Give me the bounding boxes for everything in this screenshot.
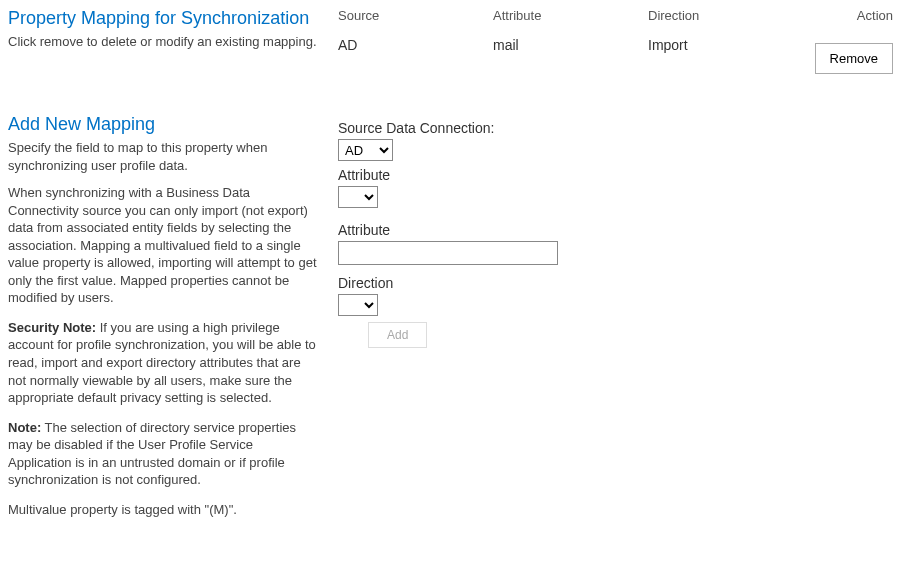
mapping-value-source: AD xyxy=(338,37,483,53)
property-mapping-right: Source AD Attribute mail Direction Impor… xyxy=(338,8,893,74)
attribute-text-label: Attribute xyxy=(338,222,893,238)
mapping-col-source: Source AD xyxy=(338,8,493,74)
property-mapping-left: Property Mapping for Synchronization Cli… xyxy=(8,8,338,74)
mapping-col-direction: Direction Import xyxy=(648,8,803,74)
remove-button[interactable]: Remove xyxy=(815,43,893,74)
source-data-connection-select[interactable]: AD xyxy=(338,139,393,161)
mapping-header-source: Source xyxy=(338,8,483,23)
note-text: The selection of directory service prope… xyxy=(8,420,296,488)
mapping-header-action: Action xyxy=(803,8,893,23)
security-note-label: Security Note: xyxy=(8,320,96,335)
add-mapping-security: Security Note: If you are using a high p… xyxy=(8,319,318,407)
mapping-value-attribute: mail xyxy=(493,37,638,53)
add-mapping-desc: Specify the field to map to this propert… xyxy=(8,139,318,174)
source-data-connection-label: Source Data Connection: xyxy=(338,120,893,136)
mapping-col-attribute: Attribute mail xyxy=(493,8,648,74)
direction-label: Direction xyxy=(338,275,893,291)
property-mapping-title: Property Mapping for Synchronization xyxy=(8,8,318,29)
attribute-select-label: Attribute xyxy=(338,167,893,183)
property-mapping-desc: Click remove to delete or modify an exis… xyxy=(8,33,318,51)
note-label: Note: xyxy=(8,420,41,435)
add-mapping-para1: When synchronizing with a Business Data … xyxy=(8,184,318,307)
attribute-select[interactable] xyxy=(338,186,378,208)
mapping-header-direction: Direction xyxy=(648,8,793,23)
add-mapping-note: Note: The selection of directory service… xyxy=(8,419,318,489)
property-mapping-section: Property Mapping for Synchronization Cli… xyxy=(8,8,893,74)
mapping-table: Source AD Attribute mail Direction Impor… xyxy=(338,8,893,74)
add-mapping-section: Add New Mapping Specify the field to map… xyxy=(8,114,893,530)
add-mapping-left: Add New Mapping Specify the field to map… xyxy=(8,114,338,530)
attribute-text-input[interactable] xyxy=(338,241,558,265)
add-mapping-multivalue: Multivalue property is tagged with "(M)"… xyxy=(8,501,318,519)
direction-select[interactable] xyxy=(338,294,378,316)
mapping-value-direction: Import xyxy=(648,37,793,53)
add-mapping-title: Add New Mapping xyxy=(8,114,318,135)
add-mapping-right: Source Data Connection: AD Attribute Att… xyxy=(338,114,893,530)
mapping-header-attribute: Attribute xyxy=(493,8,638,23)
add-button[interactable]: Add xyxy=(368,322,427,348)
mapping-col-action: Action Remove xyxy=(803,8,893,74)
